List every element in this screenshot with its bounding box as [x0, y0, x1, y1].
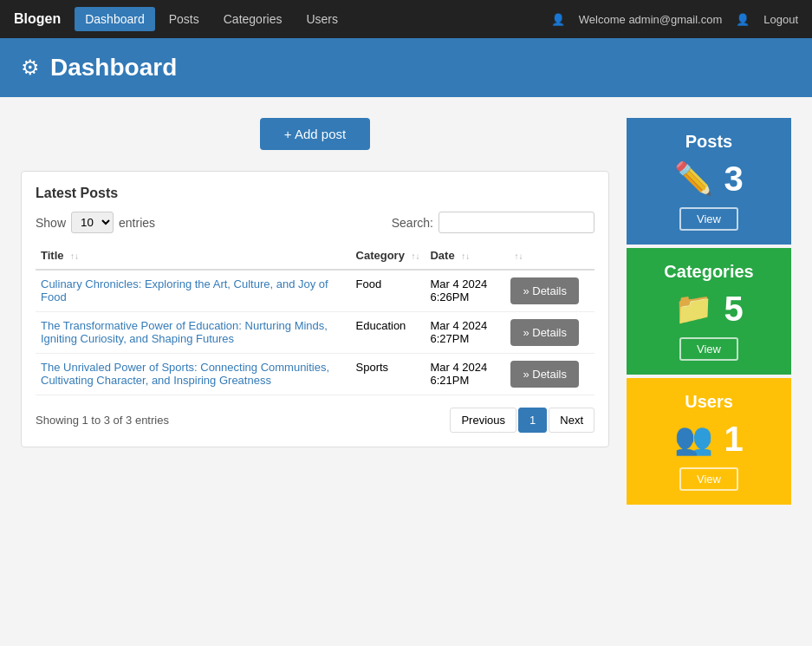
row-category: Sports	[351, 354, 425, 395]
details-button[interactable]: » Details	[510, 319, 579, 346]
search-label: Search:	[392, 216, 433, 230]
search-area: Search:	[392, 212, 594, 233]
navbar-right: 👤 Welcome admin@gmail.com 👤 Logout	[551, 13, 798, 26]
row-category: Education	[351, 312, 425, 354]
navbar-link-users[interactable]: Users	[296, 7, 348, 31]
categories-view-button[interactable]: View	[679, 337, 738, 361]
content-area: + Add post Latest Posts Show 10 25 50 en…	[0, 97, 812, 529]
sort-action1-icon[interactable]: ↑↓	[514, 251, 523, 261]
entries-label: entries	[119, 216, 155, 230]
users-card-title: Users	[640, 392, 777, 412]
sort-category-icon[interactable]: ↑↓	[411, 251, 419, 261]
welcome-text[interactable]: Welcome admin@gmail.com	[579, 13, 722, 26]
card-title: Latest Posts	[36, 186, 594, 201]
user-icon: 👤	[551, 13, 565, 26]
table-row: Culinary Chronicles: Exploring the Art, …	[36, 270, 594, 312]
navbar-link-categories[interactable]: Categories	[213, 7, 293, 31]
logout-icon: 👤	[736, 13, 750, 26]
row-extra	[584, 312, 594, 354]
posts-view-button[interactable]: View	[679, 207, 738, 231]
latest-posts-card: Latest Posts Show 10 25 50 entries Searc…	[21, 171, 609, 447]
sort-date-icon[interactable]: ↑↓	[461, 251, 470, 261]
pagination-area: Showing 1 to 3 of 3 entries Previous 1 N…	[36, 408, 594, 433]
next-button[interactable]: Next	[549, 408, 594, 433]
pagination-buttons: Previous 1 Next	[450, 408, 594, 433]
users-stat-card: Users 👥 1 View	[627, 378, 791, 505]
users-view-button[interactable]: View	[679, 467, 738, 491]
navbar-link-posts[interactable]: Posts	[159, 7, 210, 31]
show-label: Show	[36, 216, 66, 230]
navbar-link-dashboard[interactable]: Dashboard	[75, 7, 155, 31]
row-category: Food	[351, 270, 425, 312]
gear-icon: ⚙	[21, 55, 40, 80]
row-date: Mar 4 2024 6:21PM	[425, 354, 505, 395]
add-post-button[interactable]: + Add post	[260, 118, 370, 150]
col-date: Date ↑↓	[425, 242, 505, 270]
add-post-area: + Add post	[21, 118, 609, 150]
page-header: ⚙ Dashboard	[0, 38, 812, 97]
row-date: Mar 4 2024 6:26PM	[425, 270, 505, 312]
users-icon: 👥	[674, 421, 713, 457]
table-row: The Transformative Power of Education: N…	[36, 312, 594, 354]
table-controls: Show 10 25 50 entries Search:	[36, 212, 594, 233]
logout-link[interactable]: Logout	[763, 13, 798, 26]
show-entries: Show 10 25 50 entries	[36, 212, 155, 233]
posts-card-title: Posts	[640, 132, 777, 152]
row-title: The Transformative Power of Education: N…	[36, 312, 351, 354]
categories-stat-card: Categories 📁 5 View	[627, 248, 791, 375]
details-button[interactable]: » Details	[510, 361, 579, 388]
users-card-body: 👥 1	[640, 421, 777, 457]
col-category: Category ↑↓	[351, 242, 425, 270]
col-action1: ↑↓	[505, 242, 584, 270]
row-details: » Details	[505, 312, 584, 354]
entries-select[interactable]: 10 25 50	[71, 212, 114, 233]
col-title: Title ↑↓	[36, 242, 351, 270]
row-title: The Unrivaled Power of Sports: Connectin…	[36, 354, 351, 395]
row-extra	[584, 354, 594, 395]
navbar-brand[interactable]: Blogen	[14, 11, 61, 27]
row-title: Culinary Chronicles: Exploring the Art, …	[36, 270, 351, 312]
categories-card-title: Categories	[640, 262, 777, 282]
search-input[interactable]	[438, 212, 594, 233]
posts-icon: ✏️	[674, 160, 713, 197]
posts-card-body: ✏️ 3	[640, 160, 777, 197]
page-1-button[interactable]: 1	[518, 408, 547, 433]
categories-icon: 📁	[674, 290, 713, 327]
col-action2	[584, 242, 594, 270]
row-extra	[584, 270, 594, 312]
row-details: » Details	[505, 270, 584, 312]
categories-count: 5	[724, 291, 743, 326]
details-button[interactable]: » Details	[510, 277, 579, 304]
row-details: » Details	[505, 354, 584, 395]
users-count: 1	[724, 421, 743, 456]
prev-button[interactable]: Previous	[450, 408, 516, 433]
posts-stat-card: Posts ✏️ 3 View	[627, 118, 791, 245]
navbar-links: Dashboard Posts Categories Users	[75, 7, 551, 31]
posts-table: Title ↑↓ Category ↑↓ Date ↑↓ ↑↓	[36, 242, 594, 395]
sort-title-icon[interactable]: ↑↓	[70, 251, 79, 261]
sidebar: Posts ✏️ 3 View Categories 📁 5 View User…	[627, 118, 791, 508]
main-section: + Add post Latest Posts Show 10 25 50 en…	[21, 118, 609, 508]
page-title: Dashboard	[50, 54, 177, 82]
navbar: Blogen Dashboard Posts Categories Users …	[0, 0, 812, 38]
posts-count: 3	[724, 161, 743, 196]
table-row: The Unrivaled Power of Sports: Connectin…	[36, 354, 594, 395]
pagination-info: Showing 1 to 3 of 3 entries	[36, 414, 169, 427]
row-date: Mar 4 2024 6:27PM	[425, 312, 505, 354]
categories-card-body: 📁 5	[640, 290, 777, 327]
